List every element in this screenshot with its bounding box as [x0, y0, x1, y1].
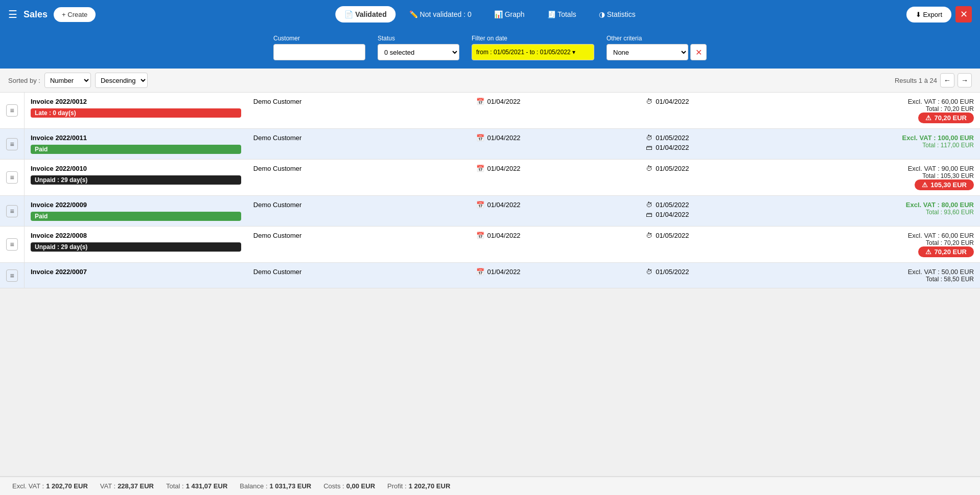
- next-page-button[interactable]: →: [958, 73, 972, 87]
- invoice-customer: Demo Customer: [247, 227, 470, 262]
- invoice-amount: Excl. VAT : 100,00 EURTotal : 117,00 EUR: [810, 129, 980, 159]
- invoice-number: Invoice 2022/0012: [31, 98, 241, 105]
- filter-clear-button[interactable]: ✕: [690, 44, 707, 60]
- warning-icon: ⚠: [925, 114, 931, 122]
- table-row: ≡Invoice 2022/0009PaidDemo Customer📅01/0…: [0, 196, 980, 227]
- row-menu-cell: ≡: [0, 196, 25, 226]
- tab-not_validated[interactable]: ✏️ Not validated : 0: [400, 6, 481, 22]
- row-menu-button[interactable]: ≡: [6, 104, 17, 117]
- invoice-date: 📅01/04/2022: [470, 160, 640, 195]
- invoice-customer: Demo Customer: [247, 196, 470, 226]
- invoice-date: 📅01/04/2022: [470, 93, 640, 128]
- sort-order-select[interactable]: DescendingAscending: [95, 73, 148, 88]
- invoice-number-cell: Invoice 2022/0009Paid: [25, 196, 247, 226]
- prev-page-button[interactable]: ←: [940, 73, 954, 87]
- table-row: ≡Invoice 2022/0012Late : 0 day(s)Demo Cu…: [0, 93, 980, 129]
- status-select[interactable]: 0 selected: [378, 44, 459, 60]
- due-date-row-2: 🗃01/04/2022: [646, 211, 804, 218]
- header-left: ☰ Sales + Create: [8, 7, 96, 22]
- invoice-number: Invoice 2022/0008: [31, 232, 241, 239]
- row-menu-button[interactable]: ≡: [6, 238, 17, 251]
- invoice-amount: Excl. VAT : 50,00 EURTotal : 58,50 EUR: [810, 263, 980, 288]
- invoice-badge: Unpaid : 29 day(s): [31, 242, 241, 252]
- tab-statistics[interactable]: ◑ Statistics: [590, 6, 645, 22]
- row-menu-button[interactable]: ≡: [6, 138, 17, 150]
- status-filter: Status 0 selected: [378, 35, 459, 60]
- row-menu-cell: ≡: [0, 263, 25, 288]
- date-filter: Filter on date from : 01/05/2021 - to : …: [472, 35, 594, 60]
- invoice-number-cell: Invoice 2022/0008Unpaid : 29 day(s): [25, 227, 247, 262]
- total-amount: Total : 70,20 EUR: [926, 239, 974, 246]
- due-date-row-1: ⏱01/05/2022: [646, 201, 804, 209]
- invoice-number: Invoice 2022/0010: [31, 165, 241, 172]
- tab-totals[interactable]: 🧾 Totals: [538, 6, 586, 22]
- invoice-due-date: ⏱01/05/2022: [640, 160, 810, 195]
- excl-vat-amount: Excl. VAT : 60,00 EUR: [908, 232, 974, 239]
- other-label: Other criteria: [606, 35, 707, 42]
- due-date-row-1: ⏱01/05/2022: [646, 134, 804, 142]
- amount-due-pill: ⚠70,20 EUR: [918, 112, 974, 123]
- excl-vat-amount: Excl. VAT : 60,00 EUR: [908, 98, 974, 105]
- total-amount: Total : 105,30 EUR: [922, 172, 974, 179]
- row-menu-button[interactable]: ≡: [6, 205, 17, 217]
- header: ☰ Sales + Create 📄 Validated✏️ Not valid…: [0, 0, 980, 29]
- due-date-row-2: 🗃01/04/2022: [646, 144, 804, 151]
- invoice-amount: Excl. VAT : 80,00 EURTotal : 93,60 EUR: [810, 196, 980, 226]
- invoice-badge: Late : 0 day(s): [31, 108, 241, 118]
- sort-field-select[interactable]: NumberDateCustomerAmount: [44, 73, 91, 88]
- invoice-customer: Demo Customer: [247, 129, 470, 159]
- invoice-due-date: ⏱01/05/2022: [640, 227, 810, 262]
- invoice-number-cell: Invoice 2022/0012Late : 0 day(s): [25, 93, 247, 128]
- other-filter: Other criteria None ✕: [606, 35, 707, 60]
- invoice-customer: Demo Customer: [247, 160, 470, 195]
- row-menu-button[interactable]: ≡: [6, 269, 17, 282]
- total-amount: Total : 70,20 EUR: [926, 105, 974, 112]
- invoice-due-date: ⏱01/05/2022: [640, 263, 810, 288]
- total-amount: Total : 117,00 EUR: [922, 142, 974, 149]
- warning-icon: ⚠: [922, 181, 928, 189]
- table-row: ≡Invoice 2022/0010Unpaid : 29 day(s)Demo…: [0, 160, 980, 196]
- results-label: Results 1 à 24: [895, 77, 937, 84]
- invoice-number-cell: Invoice 2022/0011Paid: [25, 129, 247, 159]
- invoice-customer: Demo Customer: [247, 263, 470, 288]
- excl-vat-amount: Excl. VAT : 90,00 EUR: [908, 165, 974, 172]
- row-menu-cell: ≡: [0, 129, 25, 159]
- total-amount: Total : 93,60 EUR: [926, 209, 974, 216]
- invoice-customer: Demo Customer: [247, 93, 470, 128]
- invoice-amount: Excl. VAT : 60,00 EURTotal : 70,20 EUR⚠7…: [810, 227, 980, 262]
- excl-vat-amount: Excl. VAT : 80,00 EUR: [906, 201, 974, 209]
- close-button[interactable]: ✕: [955, 6, 972, 22]
- invoice-due-date: ⏱01/04/2022: [640, 93, 810, 128]
- menu-icon[interactable]: ☰: [8, 8, 17, 20]
- invoice-number-cell: Invoice 2022/0007: [25, 263, 247, 288]
- due-date-row-1: ⏱01/05/2022: [646, 268, 804, 276]
- filters-bar: Customer Status 0 selected Filter on dat…: [0, 29, 980, 69]
- invoice-date: 📅01/04/2022: [470, 263, 640, 288]
- excl-vat-amount: Excl. VAT : 100,00 EUR: [902, 134, 974, 142]
- export-button[interactable]: ⬇ Export: [906, 7, 951, 22]
- create-button[interactable]: + Create: [54, 7, 96, 22]
- invoice-due-date: ⏱01/05/2022🗃01/04/2022: [640, 129, 810, 159]
- other-select[interactable]: None: [606, 44, 688, 60]
- customer-input[interactable]: [273, 44, 365, 60]
- app-title: Sales: [24, 9, 48, 20]
- header-right: ⬇ Export ✕: [906, 6, 972, 22]
- invoice-due-date: ⏱01/05/2022🗃01/04/2022: [640, 196, 810, 226]
- due-date-row-1: ⏱01/04/2022: [646, 98, 804, 105]
- customer-label: Customer: [273, 35, 365, 42]
- due-date-row-1: ⏱01/05/2022: [646, 232, 804, 239]
- invoice-date: 📅01/04/2022: [470, 227, 640, 262]
- row-menu-button[interactable]: ≡: [6, 171, 17, 184]
- date-filter-button[interactable]: from : 01/05/2021 - to : 01/05/2022 ▾: [472, 44, 594, 60]
- customer-filter: Customer: [273, 35, 365, 60]
- due-date-row-1: ⏱01/05/2022: [646, 165, 804, 172]
- tab-graph[interactable]: 📊 Graph: [485, 6, 534, 22]
- table-row: ≡Invoice 2022/0008Unpaid : 29 day(s)Demo…: [0, 227, 980, 263]
- header-tabs: 📄 Validated✏️ Not validated : 0📊 Graph🧾 …: [335, 6, 644, 22]
- amount-due-pill: ⚠70,20 EUR: [918, 246, 974, 257]
- tab-validated[interactable]: 📄 Validated: [335, 6, 395, 22]
- other-filter-wrap: None ✕: [606, 44, 707, 60]
- table-row: ≡Invoice 2022/0011PaidDemo Customer📅01/0…: [0, 129, 980, 160]
- total-amount: Total : 58,50 EUR: [926, 276, 974, 283]
- amount-due-pill: ⚠105,30 EUR: [915, 179, 974, 190]
